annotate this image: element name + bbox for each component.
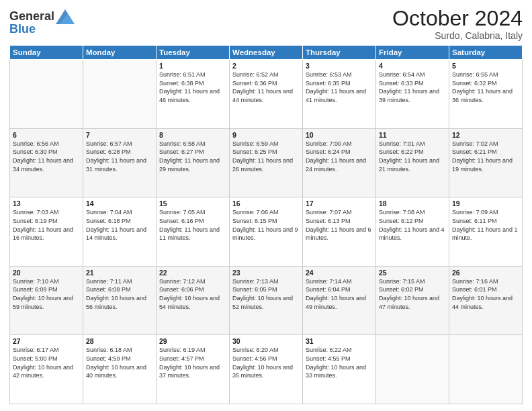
day-number: 2: [232, 62, 300, 70]
table-row: 5 Sunrise: 6:55 AM Sunset: 6:32 PM Dayli…: [449, 60, 523, 129]
day-detail: Sunrise: 7:10 AM Sunset: 6:09 PM Dayligh…: [13, 277, 80, 311]
logo: General Blue: [9, 9, 75, 36]
logo-icon: [56, 9, 75, 24]
daylight-text: Daylight: 11 hours and 24 minutes.: [306, 157, 366, 173]
sunset-text: Sunset: 6:08 PM: [86, 286, 131, 293]
sunset-text: Sunset: 6:13 PM: [306, 218, 351, 224]
sunset-text: Sunset: 4:55 PM: [306, 355, 351, 362]
col-thursday: Thursday: [303, 46, 376, 60]
sunset-text: Sunset: 6:19 PM: [13, 218, 58, 224]
sunrise-text: Sunrise: 6:52 AM: [232, 71, 279, 78]
day-number: 13: [13, 199, 80, 208]
sunset-text: Sunset: 4:59 PM: [86, 355, 131, 362]
day-number: 7: [86, 131, 153, 139]
daylight-text: Daylight: 10 hours and 49 minutes.: [306, 295, 366, 310]
col-tuesday: Tuesday: [157, 46, 230, 60]
table-row: 24 Sunrise: 7:14 AM Sunset: 6:04 PM Dayl…: [303, 266, 376, 335]
weekday-header-row: Sunday Monday Tuesday Wednesday Thursday…: [10, 46, 523, 60]
table-row: 31 Sunrise: 6:22 AM Sunset: 4:55 PM Dayl…: [303, 335, 376, 404]
day-number: 23: [232, 269, 300, 277]
table-row: 13 Sunrise: 7:03 AM Sunset: 6:19 PM Dayl…: [10, 197, 83, 267]
table-row: 8 Sunrise: 6:58 AM Sunset: 6:27 PM Dayli…: [157, 128, 230, 197]
sunset-text: Sunset: 6:28 PM: [86, 148, 131, 155]
sunrise-text: Sunrise: 7:00 AM: [306, 140, 352, 147]
day-detail: Sunrise: 6:17 AM Sunset: 5:00 PM Dayligh…: [13, 346, 80, 379]
header: General Blue October 2024 Surdo, Calabri…: [9, 7, 523, 41]
sunrise-text: Sunrise: 6:19 AM: [159, 347, 206, 353]
sunrise-text: Sunrise: 7:16 AM: [452, 278, 498, 285]
sunset-text: Sunset: 4:56 PM: [232, 355, 277, 362]
day-detail: Sunrise: 6:54 AM Sunset: 6:33 PM Dayligh…: [379, 71, 446, 104]
day-detail: Sunrise: 7:09 AM Sunset: 6:11 PM Dayligh…: [452, 208, 519, 242]
daylight-text: Daylight: 11 hours and 46 minutes.: [159, 88, 220, 103]
calendar-week-row: 13 Sunrise: 7:03 AM Sunset: 6:19 PM Dayl…: [10, 197, 523, 267]
daylight-text: Daylight: 10 hours and 52 minutes.: [232, 295, 293, 310]
day-number: 21: [86, 269, 153, 277]
daylight-text: Daylight: 10 hours and 33 minutes.: [306, 364, 366, 379]
day-detail: Sunrise: 7:03 AM Sunset: 6:19 PM Dayligh…: [13, 208, 80, 242]
day-detail: Sunrise: 6:19 AM Sunset: 4:57 PM Dayligh…: [159, 346, 226, 379]
day-number: 6: [13, 131, 80, 139]
day-number: 22: [159, 269, 226, 277]
sunrise-text: Sunrise: 6:53 AM: [306, 71, 352, 78]
calendar-week-row: 27 Sunrise: 6:17 AM Sunset: 5:00 PM Dayl…: [10, 335, 523, 404]
daylight-text: Daylight: 11 hours and 11 minutes.: [159, 226, 220, 242]
day-number: 9: [232, 131, 300, 139]
day-detail: Sunrise: 7:15 AM Sunset: 6:02 PM Dayligh…: [379, 277, 446, 311]
sunrise-text: Sunrise: 7:03 AM: [13, 209, 59, 216]
sunset-text: Sunset: 5:00 PM: [13, 355, 58, 362]
table-row: 20 Sunrise: 7:10 AM Sunset: 6:09 PM Dayl…: [10, 266, 83, 335]
sunset-text: Sunset: 6:16 PM: [159, 218, 204, 224]
daylight-text: Daylight: 11 hours and 14 minutes.: [86, 226, 146, 242]
daylight-text: Daylight: 10 hours and 59 minutes.: [13, 295, 73, 310]
daylight-text: Daylight: 10 hours and 44 minutes.: [452, 295, 513, 310]
day-detail: Sunrise: 7:01 AM Sunset: 6:22 PM Dayligh…: [379, 140, 446, 173]
day-number: 17: [306, 199, 373, 208]
daylight-text: Daylight: 11 hours and 6 minutes.: [306, 226, 371, 242]
day-detail: Sunrise: 7:02 AM Sunset: 6:21 PM Dayligh…: [452, 140, 519, 173]
sunrise-text: Sunrise: 6:57 AM: [86, 140, 132, 147]
table-row: 6 Sunrise: 6:56 AM Sunset: 6:30 PM Dayli…: [10, 128, 83, 197]
table-row: [449, 335, 523, 404]
table-row: 11 Sunrise: 7:01 AM Sunset: 6:22 PM Dayl…: [376, 128, 449, 197]
day-number: 25: [379, 269, 446, 277]
sunset-text: Sunset: 6:27 PM: [159, 148, 204, 155]
col-monday: Monday: [83, 46, 157, 60]
daylight-text: Daylight: 11 hours and 9 minutes.: [232, 226, 298, 242]
day-detail: Sunrise: 7:12 AM Sunset: 6:06 PM Dayligh…: [159, 277, 226, 311]
day-number: 26: [452, 269, 519, 277]
sunrise-text: Sunrise: 7:09 AM: [452, 209, 498, 216]
sunrise-text: Sunrise: 6:59 AM: [232, 140, 279, 147]
sunset-text: Sunset: 6:32 PM: [452, 80, 497, 87]
table-row: 16 Sunrise: 7:06 AM Sunset: 6:15 PM Dayl…: [230, 197, 303, 267]
table-row: 12 Sunrise: 7:02 AM Sunset: 6:21 PM Dayl…: [449, 128, 523, 197]
table-row: 19 Sunrise: 7:09 AM Sunset: 6:11 PM Dayl…: [449, 197, 523, 267]
day-detail: Sunrise: 7:13 AM Sunset: 6:05 PM Dayligh…: [232, 277, 300, 311]
day-detail: Sunrise: 7:05 AM Sunset: 6:16 PM Dayligh…: [159, 208, 226, 242]
day-detail: Sunrise: 7:04 AM Sunset: 6:18 PM Dayligh…: [86, 208, 153, 242]
calendar-week-row: 1 Sunrise: 6:51 AM Sunset: 6:38 PM Dayli…: [10, 60, 523, 129]
day-detail: Sunrise: 6:51 AM Sunset: 6:38 PM Dayligh…: [159, 71, 226, 104]
daylight-text: Daylight: 11 hours and 21 minutes.: [379, 157, 439, 173]
table-row: 18 Sunrise: 7:08 AM Sunset: 6:12 PM Dayl…: [376, 197, 449, 267]
day-detail: Sunrise: 7:06 AM Sunset: 6:15 PM Dayligh…: [232, 208, 300, 242]
day-number: 14: [86, 199, 153, 208]
day-number: 5: [452, 62, 519, 70]
sunrise-text: Sunrise: 6:17 AM: [13, 347, 59, 353]
table-row: 15 Sunrise: 7:05 AM Sunset: 6:16 PM Dayl…: [157, 197, 230, 267]
day-number: 27: [13, 337, 80, 345]
day-number: 20: [13, 269, 80, 277]
table-row: 3 Sunrise: 6:53 AM Sunset: 6:35 PM Dayli…: [303, 60, 376, 129]
table-row: 29 Sunrise: 6:19 AM Sunset: 4:57 PM Dayl…: [157, 335, 230, 404]
table-row: [10, 60, 83, 129]
daylight-text: Daylight: 10 hours and 54 minutes.: [159, 295, 220, 310]
daylight-text: Daylight: 10 hours and 47 minutes.: [379, 295, 439, 310]
sunset-text: Sunset: 6:09 PM: [13, 286, 58, 293]
sunrise-text: Sunrise: 7:12 AM: [159, 278, 206, 285]
sunset-text: Sunset: 6:06 PM: [159, 286, 204, 293]
day-detail: Sunrise: 6:18 AM Sunset: 4:59 PM Dayligh…: [86, 346, 153, 379]
sunrise-text: Sunrise: 7:10 AM: [13, 278, 59, 285]
col-wednesday: Wednesday: [230, 46, 303, 60]
sunset-text: Sunset: 6:01 PM: [452, 286, 497, 293]
sunset-text: Sunset: 6:21 PM: [452, 148, 497, 155]
